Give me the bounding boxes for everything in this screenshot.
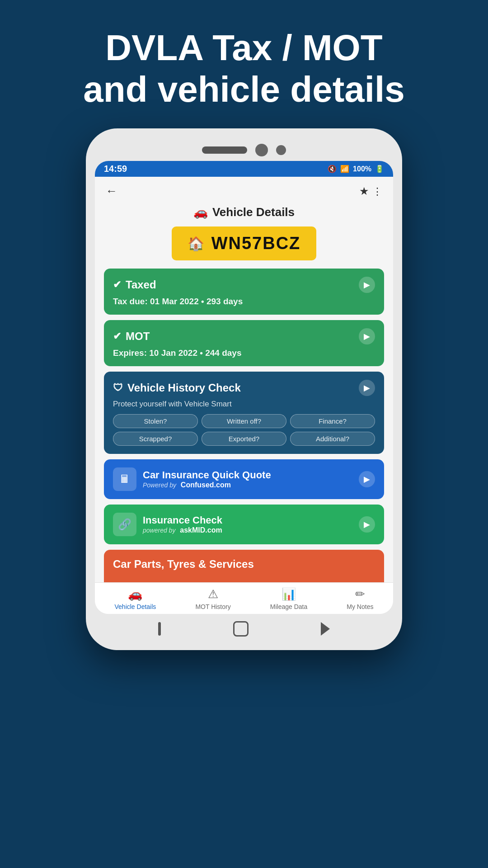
badge-scrapped[interactable]: Scrapped? [113, 432, 198, 446]
nav-mot-history[interactable]: ⚠ MOT History [195, 587, 230, 610]
back-button[interactable]: ← [106, 184, 117, 198]
reg-plate: 🏠 WN57BCZ [172, 226, 316, 260]
badge-exported[interactable]: Exported? [202, 432, 286, 446]
insurance-check-arrow[interactable]: ▶ [359, 516, 375, 533]
tax-check-icon: ✔ [113, 279, 121, 291]
insurance-quote-sub: Powered by Confused.com [143, 481, 352, 489]
car-icon: 🚗 [193, 205, 208, 219]
status-bar: 14:59 🔇 📶 100% 🔋 [95, 161, 393, 177]
status-icons: 🔇 📶 100% 🔋 [328, 165, 384, 173]
mot-card[interactable]: ✔ MOT ▶ Expires: 10 Jan 2022 • 244 days [104, 320, 384, 366]
header-line2: and vehicle details [83, 69, 404, 109]
history-title-text: Vehicle History Check [127, 382, 241, 394]
insurance-check-inner: 🔗 Insurance Check powered by askMID.com … [113, 513, 375, 536]
nav-mileage-label: Mileage Data [270, 603, 308, 610]
mot-card-title: ✔ MOT ▶ [113, 328, 375, 344]
mute-icon: 🔇 [328, 165, 337, 173]
mot-title-left: ✔ MOT [113, 330, 150, 343]
camera-main [255, 144, 268, 156]
mot-arrow[interactable]: ▶ [359, 328, 375, 344]
insurance-quote-card[interactable]: 🖩 Car Insurance Quick Quote Powered by C… [104, 459, 384, 499]
mot-title-text: MOT [126, 330, 150, 343]
parts-title-text: Car Parts, Tyres & Services [113, 558, 254, 571]
insurance-quote-inner: 🖩 Car Insurance Quick Quote Powered by C… [113, 467, 375, 491]
shield-check-icon: 🛡 [113, 382, 123, 394]
tax-card[interactable]: ✔ Taxed ▶ Tax due: 01 Mar 2022 • 293 day… [104, 269, 384, 315]
bottom-nav: 🚗 Vehicle Details ⚠ MOT History 📊 Mileag… [95, 582, 393, 614]
nav-mot-history-label: MOT History [195, 603, 230, 610]
insurance-quote-text: Car Insurance Quick Quote Powered by Con… [143, 469, 352, 489]
nav-triangle-recent [321, 622, 330, 636]
insurance-check-sub: powered by askMID.com [143, 526, 352, 534]
badge-finance[interactable]: Finance? [290, 414, 375, 428]
wifi-icon: 📶 [340, 165, 349, 173]
history-desc: Protect yourself with Vehicle Smart [113, 400, 375, 409]
nav-warning-icon: ⚠ [208, 587, 218, 601]
history-card-title: 🛡 Vehicle History Check ▶ [113, 380, 375, 396]
app-content: 🚗 Vehicle Details 🏠 WN57BCZ ✔ Taxed [95, 205, 393, 582]
nav-mileage-data[interactable]: 📊 Mileage Data [270, 587, 308, 610]
reg-number: WN57BCZ [211, 234, 301, 253]
nav-vehicle-details-label: Vehicle Details [115, 603, 156, 610]
insurance-check-title: Insurance Check [143, 514, 352, 526]
nav-circle-home [233, 621, 249, 637]
link-icon: 🔗 [113, 513, 136, 536]
nav-my-notes[interactable]: ✏ My Notes [347, 587, 373, 610]
speaker [202, 146, 247, 154]
history-card[interactable]: 🛡 Vehicle History Check ▶ Protect yourse… [104, 372, 384, 454]
nav-pill-back [158, 622, 161, 636]
nav-vehicle-details[interactable]: 🚗 Vehicle Details [115, 587, 156, 610]
parts-title-left: Car Parts, Tyres & Services [113, 558, 254, 571]
tax-card-title: ✔ Taxed ▶ [113, 277, 375, 293]
tax-title-text: Taxed [126, 278, 156, 291]
insurance-quote-title: Car Insurance Quick Quote [143, 469, 352, 481]
phone-wrapper: 14:59 🔇 📶 100% 🔋 ← ★ ⋮ [81, 128, 407, 868]
app-toolbar: ← ★ ⋮ [95, 177, 393, 205]
calculator-icon: 🖩 [113, 467, 136, 491]
nav-car-icon: 🚗 [128, 587, 142, 601]
parts-card-title: Car Parts, Tyres & Services [113, 558, 375, 571]
badge-additional[interactable]: Additional? [290, 432, 375, 446]
badge-stolen[interactable]: Stolen? [113, 414, 198, 428]
mot-check-icon: ✔ [113, 330, 121, 342]
tax-subtitle: Tax due: 01 Mar 2022 • 293 days [113, 297, 375, 307]
phone-device: 14:59 🔇 📶 100% 🔋 ← ★ ⋮ [86, 128, 402, 650]
insurance-quote-arrow[interactable]: ▶ [359, 471, 375, 487]
mot-subtitle: Expires: 10 Jan 2022 • 244 days [113, 348, 375, 358]
tax-title-left: ✔ Taxed [113, 278, 156, 291]
insurance-check-text: Insurance Check powered by askMID.com [143, 514, 352, 534]
status-time: 14:59 [104, 164, 127, 174]
phone-notch [95, 137, 393, 161]
header-line1: DVLA Tax / MOT [105, 28, 382, 68]
parts-card[interactable]: Car Parts, Tyres & Services [104, 550, 384, 582]
history-badges: Stolen? Written off? Finance? Scrapped? … [113, 414, 375, 446]
battery-text: 100% [353, 165, 371, 173]
history-arrow[interactable]: ▶ [359, 380, 375, 396]
battery-icon: 🔋 [375, 165, 384, 173]
page-title-row: 🚗 Vehicle Details [104, 205, 384, 219]
garage-icon: 🏠 [188, 236, 205, 251]
badge-written-off[interactable]: Written off? [202, 414, 286, 428]
phone-bottom-controls [95, 614, 393, 641]
history-title-left: 🛡 Vehicle History Check [113, 382, 241, 394]
share-button[interactable]: ★ ⋮ [359, 185, 382, 198]
screen: 14:59 🔇 📶 100% 🔋 ← ★ ⋮ [95, 161, 393, 614]
page-title: Vehicle Details [212, 205, 295, 219]
tax-arrow[interactable]: ▶ [359, 277, 375, 293]
camera-secondary [276, 145, 286, 155]
nav-chart-icon: 📊 [282, 587, 296, 601]
insurance-check-card[interactable]: 🔗 Insurance Check powered by askMID.com … [104, 505, 384, 544]
nav-pencil-icon: ✏ [355, 587, 365, 601]
nav-notes-label: My Notes [347, 603, 373, 610]
page-header: DVLA Tax / MOT and vehicle details [47, 0, 441, 128]
